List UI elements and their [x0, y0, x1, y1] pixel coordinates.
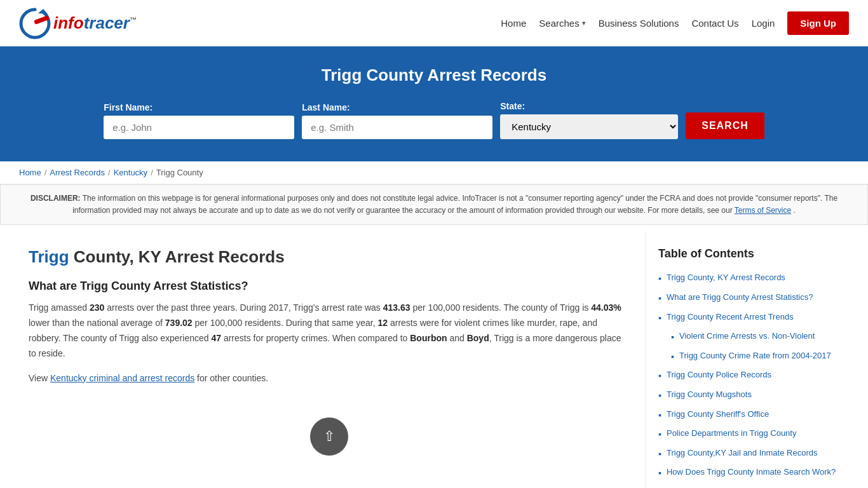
- last-name-group: Last Name:: [302, 102, 492, 139]
- toc-link-4[interactable]: Trigg County Crime Rate from 2004-2017: [679, 350, 831, 362]
- toc-link-9[interactable]: Trigg County,KY Jail and Inmate Records: [667, 447, 818, 459]
- toc-item: Trigg County Crime Rate from 2004-2017: [658, 350, 836, 363]
- first-name-group: First Name:: [104, 102, 294, 139]
- state-group: State: Kentucky Alabama Alaska Arizona A…: [500, 101, 678, 139]
- toc-item: Violent Crime Arrests vs. Non-Violent: [658, 330, 836, 344]
- breadcrumb-trigg-county: Trigg County: [156, 168, 203, 177]
- toc-list: Trigg County, KY Arrest RecordsWhat are …: [658, 272, 836, 480]
- disclaimer-box: DISCLAIMER: The information on this webp…: [0, 184, 868, 225]
- login-button[interactable]: Login: [752, 18, 775, 29]
- signup-button[interactable]: Sign Up: [787, 11, 849, 35]
- disclaimer-end: .: [794, 206, 796, 215]
- nav-searches[interactable]: Searches ▾: [539, 18, 585, 29]
- toc-item: Trigg County Mugshots: [658, 389, 836, 402]
- hero-title: Trigg County Arrest Records: [13, 65, 855, 85]
- breadcrumb-kentucky[interactable]: Kentucky: [114, 168, 147, 177]
- state-label: State:: [500, 101, 678, 111]
- toc-item: Trigg County Police Records: [658, 369, 836, 383]
- article-title-rest: County, KY Arrest Records: [69, 247, 285, 266]
- logo-area: infotracer™: [19, 6, 137, 39]
- p1-b1: Bourbon: [410, 333, 447, 343]
- p1-mid2: per 100,000 residents. The county of Tri…: [410, 302, 592, 313]
- toc-link-2[interactable]: Trigg County Recent Arrest Trends: [667, 311, 794, 323]
- nav-business-solutions[interactable]: Business Solutions: [599, 18, 679, 29]
- scroll-top-area: ⇧: [29, 405, 629, 456]
- search-button[interactable]: SEARCH: [686, 112, 764, 139]
- toc-item: Police Departments in Trigg County: [658, 428, 836, 441]
- p1-and: and: [447, 333, 467, 343]
- header: infotracer™ Home Searches ▾ Business Sol…: [0, 0, 868, 46]
- search-form: First Name: Last Name: State: Kentucky A…: [13, 101, 855, 139]
- toc-heading: Table of Contents: [658, 247, 836, 261]
- breadcrumb-arrest-records[interactable]: Arrest Records: [50, 168, 105, 177]
- nav-searches-label[interactable]: Searches: [539, 18, 579, 29]
- breadcrumb-sep-2: /: [108, 168, 111, 177]
- toc-link-0[interactable]: Trigg County, KY Arrest Records: [667, 272, 785, 283]
- sidebar-toc: Table of Contents Trigg County, KY Arres…: [646, 231, 849, 488]
- toc-item: Trigg County,KY Jail and Inmate Records: [658, 447, 836, 461]
- p1-pct: 44.03%: [591, 302, 621, 313]
- p1-mid1: arrests over the past three years. Durin…: [104, 302, 383, 313]
- article: Trigg County, KY Arrest Records What are…: [19, 231, 646, 488]
- hero-section: Trigg County Arrest Records First Name: …: [0, 46, 868, 161]
- p1-property: 47: [211, 333, 221, 343]
- ky-records-link[interactable]: Kentucky criminal and arrest records: [50, 373, 194, 383]
- toc-link-7[interactable]: Trigg County Sheriff's Office: [667, 409, 769, 420]
- p1-mid3: lower than the national average of: [29, 318, 165, 328]
- toc-item: Trigg County Recent Arrest Trends: [658, 311, 836, 325]
- disclaimer-tos-link[interactable]: Terms of Service: [735, 206, 791, 215]
- nav-home[interactable]: Home: [501, 18, 526, 29]
- toc-link-6[interactable]: Trigg County Mugshots: [667, 389, 752, 400]
- breadcrumb: Home / Arrest Records / Kentucky / Trigg…: [0, 161, 868, 184]
- scroll-top-button[interactable]: ⇧: [310, 417, 348, 456]
- breadcrumb-sep-1: /: [44, 168, 47, 177]
- main-content: Trigg County, KY Arrest Records What are…: [0, 231, 868, 488]
- disclaimer-text: DISCLAIMER: The information on this webp…: [13, 193, 855, 217]
- p2-end: for other counties.: [194, 373, 268, 383]
- p1-national: 739.02: [165, 318, 193, 328]
- article-title: Trigg County, KY Arrest Records: [29, 247, 629, 267]
- toc-item: How Does Trigg County Inmate Search Work…: [658, 466, 836, 480]
- searches-dropdown-icon: ▾: [582, 19, 586, 27]
- logo-icon: [19, 6, 51, 39]
- svg-marker-0: [38, 9, 48, 14]
- section1-heading: What are Trigg County Arrest Statistics?: [29, 280, 629, 293]
- last-name-input[interactable]: [302, 116, 492, 139]
- p1-rate: 413.63: [383, 302, 410, 313]
- article-title-highlight: Trigg: [29, 247, 69, 266]
- p1-b2: Boyd: [467, 333, 489, 343]
- toc-item: What are Trigg County Arrest Statistics?: [658, 292, 836, 305]
- svg-rect-1: [34, 15, 50, 25]
- toc-link-8[interactable]: Police Departments in Trigg County: [667, 428, 796, 439]
- p1-mid5: arrests for property crimes. When compar…: [221, 333, 410, 343]
- disclaimer-body: The information on this webpage is for g…: [72, 194, 837, 215]
- toc-link-10[interactable]: How Does Trigg County Inmate Search Work…: [667, 466, 836, 478]
- section1-paragraph1: Trigg amassed 230 arrests over the past …: [29, 301, 629, 361]
- state-select[interactable]: Kentucky Alabama Alaska Arizona Arkansas…: [500, 114, 678, 139]
- section1-paragraph2: View Kentucky criminal and arrest record…: [29, 371, 629, 386]
- p1-violent: 12: [377, 318, 388, 328]
- disclaimer-label: DISCLAIMER:: [31, 194, 81, 203]
- last-name-label: Last Name:: [302, 102, 492, 112]
- main-nav: Home Searches ▾ Business Solutions Conta…: [501, 11, 849, 35]
- toc-item: Trigg County Sheriff's Office: [658, 409, 836, 422]
- toc-link-1[interactable]: What are Trigg County Arrest Statistics?: [667, 292, 813, 303]
- logo-text: infotracer™: [53, 13, 137, 33]
- nav-contact-us[interactable]: Contact Us: [691, 18, 738, 29]
- toc-link-5[interactable]: Trigg County Police Records: [667, 369, 771, 381]
- p1-arrests: 230: [90, 302, 104, 313]
- p1-start: Trigg amassed: [29, 302, 90, 313]
- p2-start: View: [29, 373, 50, 383]
- toc-link-3[interactable]: Violent Crime Arrests vs. Non-Violent: [679, 330, 815, 342]
- toc-item: Trigg County, KY Arrest Records: [658, 272, 836, 285]
- breadcrumb-home[interactable]: Home: [19, 168, 41, 177]
- first-name-label: First Name:: [104, 102, 294, 112]
- p1-end: per 100,000 residents. During that same …: [193, 318, 378, 328]
- first-name-input[interactable]: [104, 116, 294, 139]
- breadcrumb-sep-3: /: [151, 168, 153, 177]
